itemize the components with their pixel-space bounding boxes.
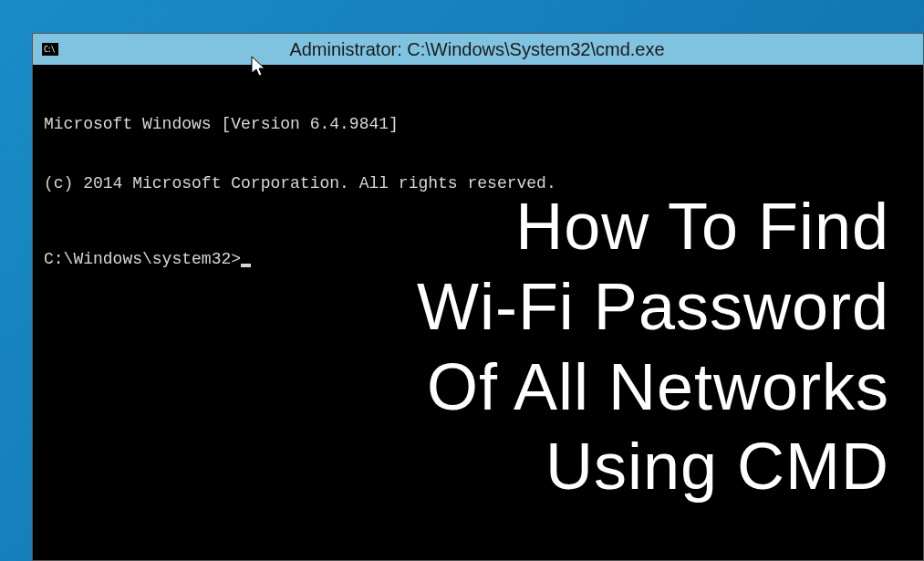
title-bar[interactable]: Administrator: C:\Windows\System32\cmd.e…	[33, 34, 923, 65]
headline-line-4: Using CMD	[417, 427, 889, 507]
headline-overlay: How To Find Wi-Fi Password Of All Networ…	[417, 187, 889, 507]
headline-line-1: How To Find	[417, 187, 889, 267]
cursor-icon	[241, 264, 251, 267]
window-title: Administrator: C:\Windows\System32\cmd.e…	[67, 39, 914, 60]
cmd-icon	[42, 43, 58, 56]
headline-line-2: Wi-Fi Password	[417, 267, 889, 348]
headline-line-3: Of All Networks	[417, 348, 889, 428]
version-line: Microsoft Windows [Version 6.4.9841]	[44, 115, 912, 135]
prompt-text: C:\Windows\system32>	[44, 250, 241, 268]
